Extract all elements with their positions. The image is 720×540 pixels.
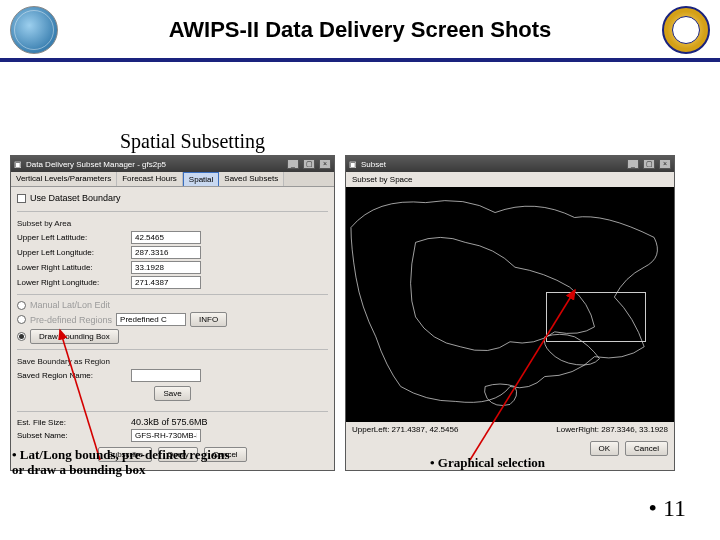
doc-seal-logo — [662, 6, 710, 54]
predefined-select[interactable] — [116, 313, 186, 326]
save-boundary-label: Save Boundary as Region — [17, 354, 328, 368]
lr-lon-label: Lower Right Longitude: — [17, 278, 127, 287]
status-lr-value: 287.3346, 33.1928 — [601, 425, 668, 434]
subset-by-space-label: Subset by Space — [352, 175, 412, 184]
draw-box-radio[interactable] — [17, 332, 26, 341]
minimize-button[interactable]: _ — [627, 159, 639, 169]
ul-lon-input[interactable] — [131, 246, 201, 259]
tab-vertical[interactable]: Vertical Levels/Parameters — [11, 172, 117, 186]
subset-name-label: Subset Name: — [17, 431, 127, 440]
est-file-size-value: 40.3kB of 575.6MB — [131, 417, 208, 427]
status-ul-value: 271.4387, 42.5456 — [392, 425, 459, 434]
lr-lat-label: Lower Right Latitude: — [17, 263, 127, 272]
map-canvas[interactable] — [346, 187, 674, 422]
ul-lon-label: Upper Left Longitude: — [17, 248, 127, 257]
cancel-button[interactable]: Cancel — [625, 441, 668, 456]
predefined-label: Pre-defined Regions — [30, 315, 112, 325]
ul-lat-input[interactable] — [131, 231, 201, 244]
subset-manager-window: ▣ Data Delivery Subset Manager - gfs2p5 … — [10, 155, 335, 471]
tab-saved-subsets[interactable]: Saved Subsets — [219, 172, 284, 186]
draw-bounding-box-button[interactable]: Draw Bounding Box — [30, 329, 119, 344]
window-title: Data Delivery Subset Manager - gfs2p5 — [26, 160, 166, 169]
page-number: • 11 — [648, 495, 686, 522]
noaa-logo — [10, 6, 58, 54]
window-icon: ▣ — [349, 160, 357, 169]
subheading: Spatial Subsetting — [120, 130, 265, 153]
window-titlebar[interactable]: ▣ Data Delivery Subset Manager - gfs2p5 … — [11, 156, 334, 172]
saved-region-name-label: Saved Region Name: — [17, 371, 127, 380]
tab-bar: Vertical Levels/Parameters Forecast Hour… — [11, 172, 334, 187]
footnote-right: • Graphical selection — [430, 456, 570, 471]
map-window-titlebar[interactable]: ▣ Subset _ ▢ × — [346, 156, 674, 172]
map-window-title: Subset — [361, 160, 386, 169]
close-button[interactable]: × — [319, 159, 331, 169]
maximize-button[interactable]: ▢ — [303, 159, 315, 169]
subset-name-input[interactable] — [131, 429, 201, 442]
close-button[interactable]: × — [659, 159, 671, 169]
status-ul-label: UpperLeft: — [352, 425, 389, 434]
lr-lon-input[interactable] — [131, 276, 201, 289]
use-dataset-boundary-label: Use Dataset Boundary — [30, 193, 121, 203]
selection-rectangle[interactable] — [546, 292, 646, 342]
manual-edit-label: Manual Lat/Lon Edit — [30, 300, 110, 310]
ul-lat-label: Upper Left Latitude: — [17, 233, 127, 242]
manual-edit-radio[interactable] — [17, 301, 26, 310]
info-button[interactable]: INFO — [190, 312, 227, 327]
tab-forecast-hours[interactable]: Forecast Hours — [117, 172, 183, 186]
window-icon: ▣ — [14, 160, 22, 169]
ok-button[interactable]: OK — [590, 441, 620, 456]
lr-lat-input[interactable] — [131, 261, 201, 274]
subset-by-area-label: Subset by Area — [17, 216, 328, 230]
tab-spatial[interactable]: Spatial — [183, 172, 219, 186]
predefined-radio[interactable] — [17, 315, 26, 324]
status-lr-label: LowerRight: — [556, 425, 599, 434]
minimize-button[interactable]: _ — [287, 159, 299, 169]
page-title: AWIPS-II Data Delivery Screen Shots — [58, 17, 662, 43]
saved-region-name-input[interactable] — [131, 369, 201, 382]
est-file-size-label: Est. File Size: — [17, 418, 127, 427]
footnote-left: • Lat/Long bounds, pre-defined regions o… — [12, 448, 242, 478]
save-button[interactable]: Save — [154, 386, 190, 401]
map-window: ▣ Subset _ ▢ × Subset by Space — [345, 155, 675, 471]
maximize-button[interactable]: ▢ — [643, 159, 655, 169]
use-dataset-boundary-checkbox[interactable] — [17, 194, 26, 203]
